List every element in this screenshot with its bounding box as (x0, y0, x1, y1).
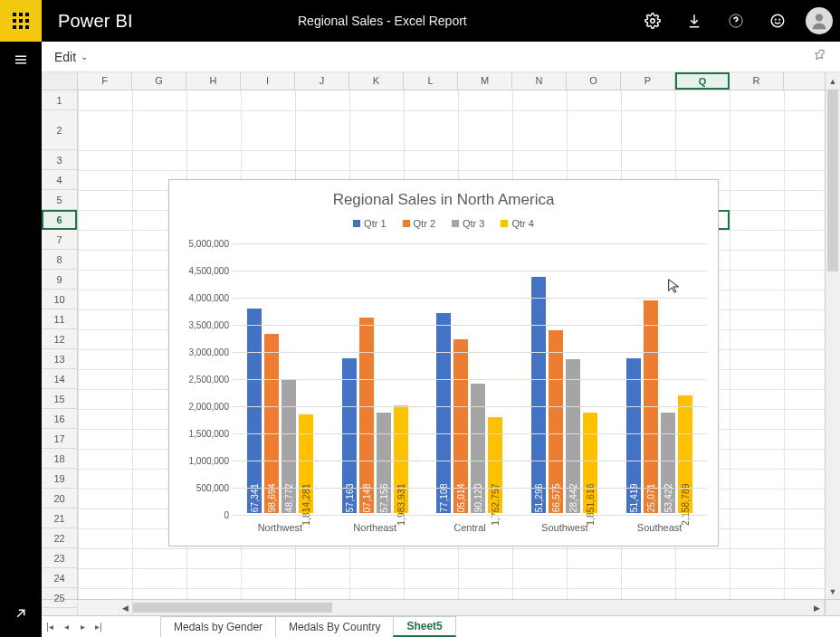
row-header[interactable]: 3 (42, 150, 77, 170)
tab-nav-first[interactable]: |◂ (42, 616, 58, 637)
row-header[interactable]: 7 (42, 230, 77, 250)
row-header[interactable]: 14 (42, 369, 77, 389)
chart-title: Regional Sales in North America (169, 191, 718, 209)
download-button[interactable] (673, 0, 715, 42)
row-header[interactable]: 2 (42, 110, 77, 150)
row-header[interactable]: 22 (42, 528, 77, 548)
row-header[interactable]: 6 (42, 210, 77, 230)
settings-button[interactable] (632, 0, 673, 42)
edit-menu-button[interactable]: Edit ⌄ (54, 50, 88, 64)
sheet-tab[interactable]: Medals By Country (275, 616, 394, 637)
vscroll-thumb[interactable] (827, 90, 838, 271)
column-header[interactable]: F (78, 72, 132, 90)
row-header[interactable]: 1 (42, 90, 77, 110)
row-header[interactable]: 12 (42, 329, 77, 349)
bar-group: 3,677,1083,205,0142,390,1201,762,757 (423, 243, 518, 513)
x-axis-label: Southeast (612, 522, 707, 533)
gear-icon (644, 13, 661, 29)
bar[interactable]: 3,366,575 (549, 330, 563, 513)
horizontal-scrollbar[interactable]: ◀ ▶ (42, 599, 840, 615)
row-header[interactable]: 23 (42, 548, 77, 568)
row-header[interactable]: 19 (42, 469, 77, 489)
vertical-scrollbar[interactable]: ▼ (825, 90, 840, 599)
bar[interactable]: 1,814,281 (299, 414, 313, 513)
bar[interactable]: 1,857,156 (377, 413, 391, 513)
bar[interactable]: 3,298,694 (264, 334, 279, 513)
bar[interactable]: 3,677,108 (436, 313, 451, 513)
column-header[interactable]: O (567, 72, 621, 90)
row-header[interactable]: 18 (42, 449, 77, 469)
row-header[interactable]: 24 (42, 568, 77, 588)
hscroll-thumb[interactable] (133, 603, 332, 613)
column-header[interactable]: P (621, 72, 675, 90)
row-header[interactable]: 4 (42, 170, 77, 190)
bar[interactable]: 2,851,419 (626, 358, 641, 513)
bar-group: 2,851,4193,925,0711,853,4222,158,789 (612, 243, 707, 513)
row-header[interactable]: 15 (42, 389, 77, 409)
column-header[interactable]: N (512, 72, 567, 90)
row-header[interactable]: 21 (42, 509, 77, 528)
user-avatar[interactable] (806, 7, 833, 34)
row-header[interactable]: 16 (42, 409, 77, 429)
row-header[interactable]: 9 (42, 270, 77, 290)
column-header[interactable]: H (186, 72, 241, 90)
feedback-button[interactable] (757, 0, 798, 42)
column-header-row: FGHIJKLMNOPQR ▲ (42, 72, 840, 90)
column-header[interactable]: R (730, 72, 784, 90)
scroll-up-arrow[interactable]: ▲ (825, 72, 840, 90)
svg-point-13 (775, 19, 776, 20)
bar[interactable]: 2,828,442 (566, 359, 580, 513)
tab-nav-last[interactable]: ▸| (91, 616, 107, 637)
bar[interactable]: 1,851,616 (583, 413, 597, 513)
row-header[interactable]: 11 (42, 309, 77, 329)
expand-button[interactable] (0, 595, 42, 632)
x-axis-label: Southwest (517, 522, 612, 533)
tab-nav-prev[interactable]: ◂ (58, 616, 74, 637)
hscroll-left-arrow[interactable]: ◀ (118, 600, 133, 615)
row-header[interactable]: 25 (42, 588, 77, 608)
svg-rect-0 (13, 13, 16, 16)
bar[interactable]: 2,857,163 (342, 358, 357, 513)
bar[interactable]: 1,762,757 (488, 417, 502, 513)
column-header[interactable]: J (295, 72, 349, 90)
app-launcher-icon[interactable] (0, 0, 42, 42)
bar[interactable]: 2,448,772 (282, 380, 296, 513)
row-header[interactable]: 10 (42, 290, 77, 309)
svg-rect-1 (19, 13, 23, 16)
column-header[interactable]: L (404, 72, 458, 90)
column-header[interactable]: K (349, 72, 404, 90)
row-header[interactable]: 13 (42, 349, 77, 369)
column-header[interactable]: I (241, 72, 295, 90)
nav-menu-button[interactable] (0, 42, 42, 78)
legend-item: Qtr 2 (403, 218, 435, 229)
pin-button[interactable] (813, 48, 827, 66)
hscroll-right-arrow[interactable]: ▶ (809, 600, 825, 615)
scroll-down-arrow[interactable]: ▼ (826, 584, 840, 599)
bar[interactable]: 3,607,148 (359, 318, 374, 513)
chart-object[interactable]: Regional Sales in North America Qtr 1Qtr… (168, 179, 719, 547)
row-header[interactable]: 20 (42, 489, 77, 509)
select-all-corner[interactable] (42, 72, 78, 90)
row-header[interactable]: 5 (42, 190, 77, 210)
row-header[interactable]: 8 (42, 250, 77, 270)
column-header[interactable]: Q (675, 72, 730, 90)
column-header[interactable]: G (132, 72, 186, 90)
left-sidebar (0, 42, 42, 637)
edit-toolbar: Edit ⌄ (42, 42, 840, 72)
bar[interactable]: 4,351,296 (531, 277, 546, 513)
sheet-tab[interactable]: Medals by Gender (160, 616, 276, 637)
person-icon (809, 11, 829, 31)
row-header[interactable]: 17 (42, 429, 77, 449)
tab-nav-next[interactable]: ▸ (74, 616, 91, 637)
bar[interactable]: 1,853,422 (661, 413, 675, 513)
svg-rect-3 (13, 19, 16, 23)
bar[interactable]: 2,158,789 (678, 395, 692, 513)
help-button[interactable] (715, 0, 757, 42)
bar[interactable]: 3,767,341 (247, 309, 262, 513)
legend-item: Qtr 1 (353, 218, 386, 229)
sheet-tab[interactable]: Sheet5 (393, 616, 455, 637)
bar[interactable]: 1,983,931 (394, 405, 408, 513)
column-header[interactable]: M (458, 72, 512, 90)
bar[interactable]: 2,390,120 (471, 384, 485, 513)
spreadsheet-grid[interactable]: Regional Sales in North America Qtr 1Qtr… (78, 90, 825, 599)
